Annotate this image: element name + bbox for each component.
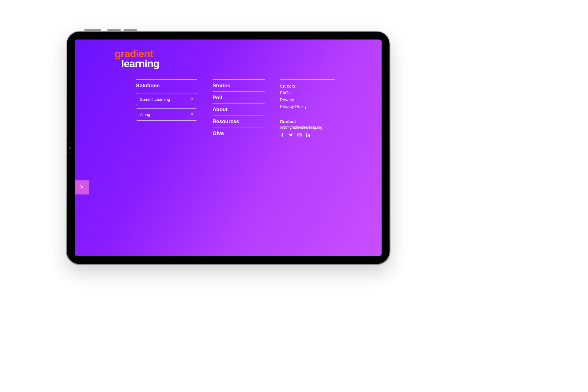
- nav-columns: Solutions Summit Learning Along: [136, 79, 335, 139]
- linkedin-icon[interactable]: [306, 133, 311, 139]
- instagram-icon[interactable]: [297, 133, 302, 139]
- along-button[interactable]: Along: [136, 108, 197, 121]
- arrow-up-right-icon: [190, 97, 193, 102]
- link-privacy-policy[interactable]: Privacy Policy: [280, 103, 335, 110]
- sensor-dots: [69, 143, 71, 153]
- nav-poll[interactable]: Poll: [213, 91, 265, 103]
- social-icons: [280, 133, 335, 139]
- stage: gradient learning Solutions Summit Learn…: [0, 0, 588, 392]
- contact-email[interactable]: info@gradientlearning.org: [280, 125, 335, 130]
- nav-stories[interactable]: Stories: [213, 79, 265, 91]
- summit-learning-label: Summit Learning: [140, 97, 170, 102]
- link-careers[interactable]: Careers: [280, 83, 335, 89]
- logo-word-2: learning: [115, 58, 159, 68]
- summit-learning-button[interactable]: Summit Learning: [136, 93, 197, 105]
- close-menu-button[interactable]: [75, 180, 89, 194]
- power-button: [84, 29, 101, 31]
- volume-up-button: [107, 29, 121, 31]
- close-icon: [79, 184, 84, 190]
- arrow-up-right-icon: [190, 112, 193, 117]
- nav-give[interactable]: Give: [213, 127, 265, 139]
- solutions-heading[interactable]: Solutions: [136, 79, 197, 89]
- secondary-column: Careers FAQs Privacy Privacy Policy Cont…: [280, 79, 335, 139]
- nav-about[interactable]: About: [213, 103, 265, 115]
- nav-resources[interactable]: Resources: [213, 115, 265, 127]
- link-privacy[interactable]: Privacy: [280, 96, 335, 103]
- facebook-icon[interactable]: [280, 133, 285, 139]
- screen: gradient learning Solutions Summit Learn…: [75, 40, 382, 256]
- main-nav-column: Stories Poll About Resources Give: [213, 79, 265, 139]
- svg-point-1: [299, 134, 300, 136]
- tablet-frame: gradient learning Solutions Summit Learn…: [66, 31, 390, 265]
- svg-point-2: [300, 134, 301, 134]
- brand-logo[interactable]: gradient learning: [115, 49, 159, 69]
- twitter-icon[interactable]: [288, 133, 293, 139]
- contact-heading: Contact: [280, 116, 335, 124]
- solutions-column: Solutions Summit Learning Along: [136, 79, 197, 139]
- volume-down-button: [123, 29, 137, 31]
- along-label: Along: [140, 112, 150, 117]
- menu-overlay: gradient learning Solutions Summit Learn…: [75, 40, 382, 256]
- tablet-bezel: gradient learning Solutions Summit Learn…: [67, 32, 390, 264]
- svg-point-4: [306, 133, 307, 134]
- link-faqs[interactable]: FAQs: [280, 89, 335, 96]
- svg-rect-3: [306, 134, 307, 137]
